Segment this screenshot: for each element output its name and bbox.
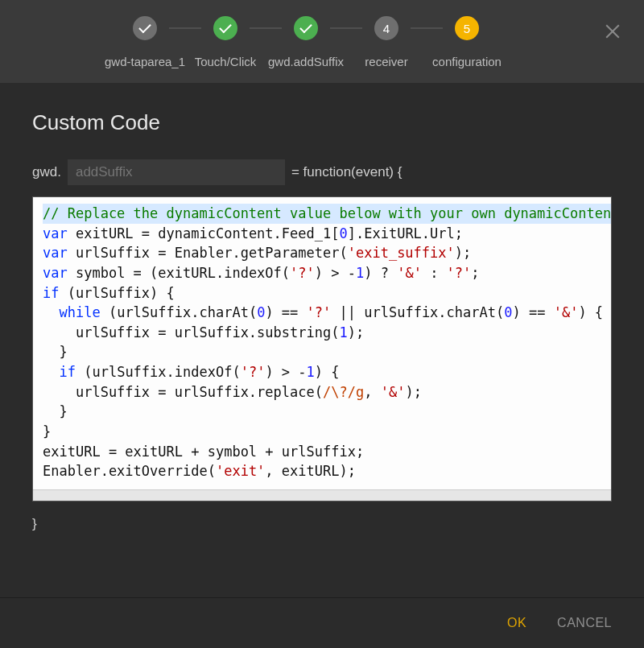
- code-bottom-gap: [33, 489, 611, 501]
- function-signature-row: gwd. = function(event) {: [32, 159, 612, 185]
- closing-brace: }: [32, 516, 612, 532]
- step-5[interactable]: 5 configuration: [415, 16, 519, 68]
- function-name-input[interactable]: [68, 159, 285, 185]
- step-label-4: receiver: [365, 55, 407, 68]
- step-connector: [411, 27, 443, 29]
- function-mid: = function(event) {: [291, 164, 402, 180]
- dialog-title: Custom Code: [32, 110, 612, 135]
- dialog-content: Custom Code gwd. = function(event) { // …: [0, 83, 644, 532]
- stepper-bar: gwd-taparea_1 Touch/Click gwd.addSuffix …: [0, 0, 644, 83]
- step-circle-1: [133, 16, 157, 40]
- cancel-button[interactable]: CANCEL: [557, 616, 612, 630]
- stepper: gwd-taparea_1 Touch/Click gwd.addSuffix …: [24, 16, 588, 68]
- ok-button[interactable]: OK: [507, 616, 526, 630]
- code-scroll[interactable]: // Replace the dynamicContent value belo…: [33, 197, 611, 489]
- step-connector: [330, 27, 362, 29]
- step-label-2: Touch/Click: [195, 55, 257, 68]
- check-icon: [303, 23, 309, 34]
- check-icon: [222, 23, 229, 34]
- step-label-3: gwd.addSuffix: [268, 55, 344, 68]
- code-editor[interactable]: // Replace the dynamicContent value belo…: [32, 196, 612, 501]
- step-circle-4: 4: [374, 16, 398, 40]
- step-connector: [169, 27, 201, 29]
- step-label-5: configuration: [432, 55, 502, 68]
- step-circle-3: [294, 16, 318, 40]
- step-connector: [250, 27, 282, 29]
- check-icon: [142, 23, 148, 34]
- code-content[interactable]: // Replace the dynamicContent value belo…: [33, 197, 611, 489]
- close-icon[interactable]: [604, 23, 621, 40]
- dialog-footer: OK CANCEL: [0, 597, 644, 648]
- step-circle-5: 5: [455, 16, 479, 40]
- function-prefix: gwd.: [32, 164, 61, 180]
- step-circle-2: [213, 16, 237, 40]
